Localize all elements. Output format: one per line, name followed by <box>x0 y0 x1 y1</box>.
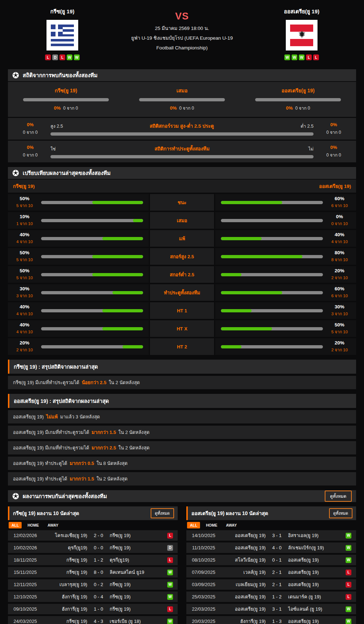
summary-highlight: มากกว่า 1.5 <box>90 430 117 435</box>
home-count: 3 จาก 10 <box>14 293 35 299</box>
match-date: 22/03/2025 <box>186 606 221 612</box>
summary-row: ออสเตรีย(ยู 19) ไม่แพ้ มาแล้ว 3 นัดหลังส… <box>8 410 356 423</box>
tab-away[interactable]: AWAY <box>223 522 240 528</box>
home-summary-section: กรีซ(ยู 19) : สรุปสถิติจากผลงานล่าสุด กร… <box>8 360 356 389</box>
match-away-team: ออสเตรีย(ยู 19) <box>288 568 341 576</box>
summary-row: กรีซ(ยู 19) มีเกมที่ทำประตูรวมได้ น้อยกว… <box>8 376 356 389</box>
match-row: 15/11/2025กรีซ(ยู 19)8 - 0ลิคเทนสไตน์ ยู… <box>8 567 178 577</box>
away-summary-section: ออสเตรีย(ยู 19) : สรุปสถิติจากผลงานล่าสุ… <box>8 394 356 485</box>
home-count: 5 จาก 10 <box>14 274 35 281</box>
comparison-row-win: 50%5 จาก 10 ชนะ 60%6 จาก 10 <box>8 194 356 211</box>
no-label: ไม่ <box>308 145 314 153</box>
home-table-tabs: ALL HOME AWAY <box>8 520 178 530</box>
h2h-away-percent: 0% <box>286 105 293 111</box>
yes-label: ใช่ <box>50 145 56 153</box>
match-date: 24/03/2025 <box>8 619 43 624</box>
home-percent: 20% <box>14 340 35 346</box>
summary-text: กรีซ(ยู 19) มีเกมที่ทำประตูรวมได้ <box>13 380 79 385</box>
summary-text: ออสเตรีย(ยู 19) ทำประตูได้ <box>13 476 67 482</box>
stat-label: ชนะ <box>150 194 214 211</box>
tab-home[interactable]: HOME <box>25 522 42 528</box>
match-date: 14/10/2025 <box>186 533 221 538</box>
summary-highlight: มากกว่า 0.5 <box>68 461 95 466</box>
stat-label: แพ้ <box>150 230 214 247</box>
away-table-tabs: ALL HOME AWAY <box>186 520 356 530</box>
match-score: 3 - 1 <box>266 533 288 538</box>
vs-label: VS <box>104 11 260 22</box>
away-percent: 20% <box>329 268 350 273</box>
match-score: 0 - 1 <box>266 557 288 563</box>
comparison-row-ht1: 40%4 จาก 10 HT 1 30%3 จาก 10 <box>8 302 356 319</box>
summary-text: ใน 2 นัดหลังสุด <box>97 476 128 482</box>
recent-form-tables: กรีซ(ยู 19) ผลงาน 10 นัดล่าสุด ดูทั้งหมด… <box>8 506 356 624</box>
h2h-draw-percent: 0% <box>170 105 177 111</box>
ou-right-count: 0 จาก 0 <box>319 129 349 136</box>
competition-line1: ยูฟ่า U-19 ชิงแชมป์ยุโรป (UEFA European … <box>104 33 260 43</box>
match-date: 12/02/2026 <box>8 533 43 538</box>
away-percent: 0% <box>329 214 350 219</box>
comparison-row-draw: 10%1 จาก 10 เสมอ 0%0 จาก 10 <box>8 212 356 229</box>
home-percent: 10% <box>14 214 35 219</box>
competition-line2: Football Championship) <box>104 43 260 53</box>
h2h-draw-col: เสมอ 0%0 จาก 0 <box>124 87 240 111</box>
austria-flag <box>290 25 313 46</box>
match-date: 07/09/2025 <box>186 570 221 575</box>
tab-all[interactable]: ALL <box>187 522 200 528</box>
h2h-btts-row: 0% 0 จาก 0 ใช่ สถิติการทำประตูทั้งสองทีม… <box>8 140 356 162</box>
match-home-team: ออสเตรีย(ยู 19) <box>221 593 266 601</box>
view-all-button[interactable]: ดูทั้งหมด <box>325 491 352 502</box>
ou-left-percent: 0% <box>15 122 45 127</box>
tab-away[interactable]: AWAY <box>45 522 61 528</box>
home-table-header: กรีซ(ยู 19) ผลงาน 10 นัดล่าสุด ดูทั้งหมด <box>8 506 178 520</box>
away-team-block: ออสเตรีย(ยู 19) W W W L L <box>260 5 343 60</box>
stat-label: สกอร์ต่ำ 2.5 <box>150 266 214 283</box>
away-count: 4 จาก 10 <box>329 238 350 245</box>
away-bar <box>221 273 323 276</box>
match-score: 0 - 0 <box>87 545 110 550</box>
match-score: 3 - 1 <box>266 606 288 612</box>
comparison-home-label: กรีซ(ยู 19) <box>13 182 35 190</box>
h2h-over-under-row: 0% 0 จาก 0 สูง 2.5 สถิติสกอร์รวม สูง-ต่ำ… <box>8 117 356 140</box>
ou-left-count: 0 จาก 0 <box>15 129 45 136</box>
recent-meetings-header: ผลงานการพบกันล่าสุดของทั้งสองทีม ดูทั้งห… <box>8 490 356 502</box>
home-bar <box>41 219 143 222</box>
match-home-team: โครเอเชีย(ยู 19) <box>43 532 87 539</box>
match-home-team: ออสเตรีย(ยู 19) <box>221 605 266 613</box>
home-bar <box>41 201 143 204</box>
match-row: 09/10/2025ฮังการี(ยู 19)1 - 0กรีซ(ยู 19)… <box>8 604 178 614</box>
head-to-head-section: สถิติจากการพบกันของทั้งสองทีม กรีซ(ยู 19… <box>8 69 356 162</box>
form-badge: L <box>313 54 319 60</box>
match-row: 03/09/2025เบลเยียม(ยู 19)2 - 1ออสเตรีย(ย… <box>186 579 356 590</box>
comparison-row-loss: 40%4 จาก 10 แพ้ 40%4 จาก 10 <box>8 230 356 247</box>
match-away-team: กรีซ(ยู 19) <box>110 544 163 552</box>
home-percent: 50% <box>14 268 35 273</box>
match-date: 08/10/2025 <box>186 557 221 563</box>
comparison-team-labels: กรีซ(ยู 19) ออสเตรีย(ยู 19) <box>8 179 356 193</box>
match-row: 11/10/2025ออสเตรีย(ยู 19)4 - 0ลักเชมเบิร… <box>186 542 356 553</box>
home-percent: 50% <box>14 196 35 201</box>
h2h-home-bar <box>23 98 109 101</box>
btts-title: สถิติการทำประตูทั้งสองทีม <box>56 145 308 153</box>
tab-home[interactable]: HOME <box>203 522 220 528</box>
match-row: 12/11/2025เบลารุส(ยู 19)0 - 2กรีซ(ยู 19)… <box>8 579 178 590</box>
view-all-button[interactable]: ดูทั้งหมด <box>151 508 174 518</box>
match-date: 09/10/2025 <box>8 606 43 612</box>
btts-bar <box>50 155 314 158</box>
tab-all[interactable]: ALL <box>9 522 22 528</box>
match-score: 1 - 2 <box>87 557 110 563</box>
home-flag-card <box>46 20 78 50</box>
view-all-button[interactable]: ดูทั้งหมด <box>329 508 352 518</box>
result-badge: L <box>167 557 173 563</box>
home-bar <box>41 345 143 348</box>
match-away-team: ออสเตรีย(ยู 19) <box>288 581 341 588</box>
away-bar <box>221 309 323 312</box>
form-badge: W <box>67 54 72 60</box>
recent-meetings-section: ผลงานการพบกันล่าสุดของทั้งสองทีม ดูทั้งห… <box>8 490 356 502</box>
match-away-team: ตุรกี(ยู19) <box>110 556 163 564</box>
home-summary-header: กรีซ(ยู 19) : สรุปสถิติจากผลงานล่าสุด <box>8 360 356 374</box>
form-badge: W <box>284 54 290 60</box>
match-row: 08/10/2025สโลวีเนีย(ยู 19)0 - 1ออสเตรีย(… <box>186 555 356 565</box>
match-info: VS 25 มีนาคม 2569 18:00 น. ยูฟ่า U-19 ชิ… <box>104 5 260 60</box>
summary-text: มาแล้ว 3 นัดหลังสุด <box>60 414 100 419</box>
home-recent-form-table: กรีซ(ยู 19) ผลงาน 10 นัดล่าสุด ดูทั้งหมด… <box>8 506 178 624</box>
